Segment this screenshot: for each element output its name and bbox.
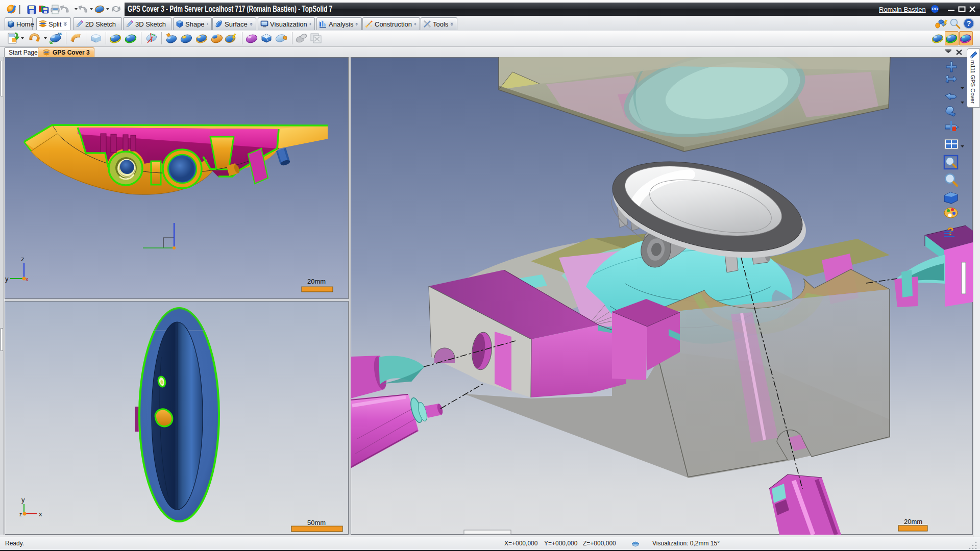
svg-text:56: 56 xyxy=(58,32,62,36)
svg-text:20mm: 20mm xyxy=(307,278,326,285)
svg-text:x: x xyxy=(26,276,29,282)
svg-text:z: z xyxy=(19,512,22,517)
svg-text:y: y xyxy=(21,496,25,504)
svg-text:?: ? xyxy=(967,19,971,28)
svg-text:x: x xyxy=(39,510,42,518)
svg-text:20mm: 20mm xyxy=(904,518,922,525)
svg-text:y: y xyxy=(5,275,9,283)
svg-text:z: z xyxy=(21,255,24,263)
